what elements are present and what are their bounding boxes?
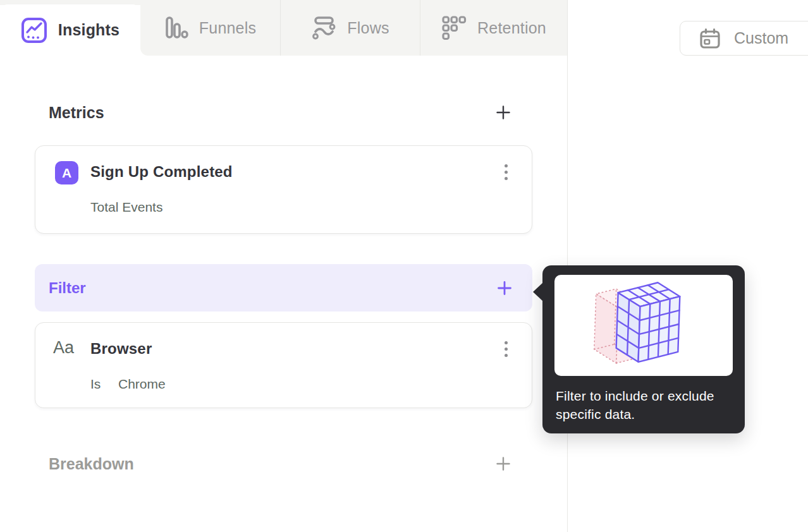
tab-retention-label: Retention (477, 19, 546, 37)
filter-value: Chrome (118, 377, 166, 392)
add-metric-button[interactable] (494, 104, 512, 121)
flow-wave-icon (311, 15, 336, 40)
plus-icon (494, 455, 512, 473)
plus-icon (496, 279, 513, 297)
add-breakdown-button[interactable] (494, 455, 512, 473)
tab-flows[interactable]: Flows (281, 0, 420, 56)
filter-operator: Is (90, 377, 101, 392)
insights-report-builder: Insights Funnels Flows (0, 0, 808, 532)
metrics-section-header: Metrics (49, 101, 512, 124)
tooltip-text: Filter to include or exclude specific da… (556, 387, 723, 423)
metric-aggregation: Total Events (90, 200, 162, 215)
metric-event-name: Sign Up Completed (90, 163, 233, 181)
kebab-menu-icon[interactable] (498, 160, 514, 184)
calendar-icon (699, 27, 721, 50)
filter-section-header[interactable]: Filter (35, 264, 532, 311)
kebab-menu-icon[interactable] (498, 337, 514, 361)
tab-funnels[interactable]: Funnels (140, 0, 281, 56)
tab-insights-label: Insights (58, 21, 119, 39)
tooltip-arrow-icon (533, 282, 543, 301)
breakdown-title: Breakdown (49, 455, 134, 473)
filter-title: Filter (49, 279, 86, 297)
tab-retention[interactable]: Retention (420, 0, 567, 56)
metric-card[interactable]: A Sign Up Completed Total Events (35, 145, 532, 234)
tab-flows-label: Flows (347, 19, 389, 37)
string-property-icon: Aa (53, 338, 74, 358)
breakdown-section-header: Breakdown (49, 452, 512, 475)
filter-property-name: Browser (90, 340, 152, 358)
funnel-bars-icon (164, 16, 188, 40)
retention-dots-icon (441, 15, 467, 40)
date-range-custom-button[interactable]: Custom (680, 21, 808, 56)
tab-insights[interactable]: Insights (0, 4, 140, 56)
add-filter-button[interactable] (496, 279, 513, 297)
line-chart-icon (21, 17, 47, 44)
plus-icon (494, 104, 512, 121)
filter-tooltip: Filter to include or exclude specific da… (542, 265, 745, 433)
tab-funnels-label: Funnels (199, 19, 256, 37)
date-range-label: Custom (734, 29, 788, 47)
filter-cube-illustration (554, 275, 733, 376)
metric-series-badge: A (55, 161, 78, 184)
metrics-title: Metrics (49, 104, 104, 122)
filter-card[interactable]: Aa Browser Is Chrome (35, 322, 532, 408)
